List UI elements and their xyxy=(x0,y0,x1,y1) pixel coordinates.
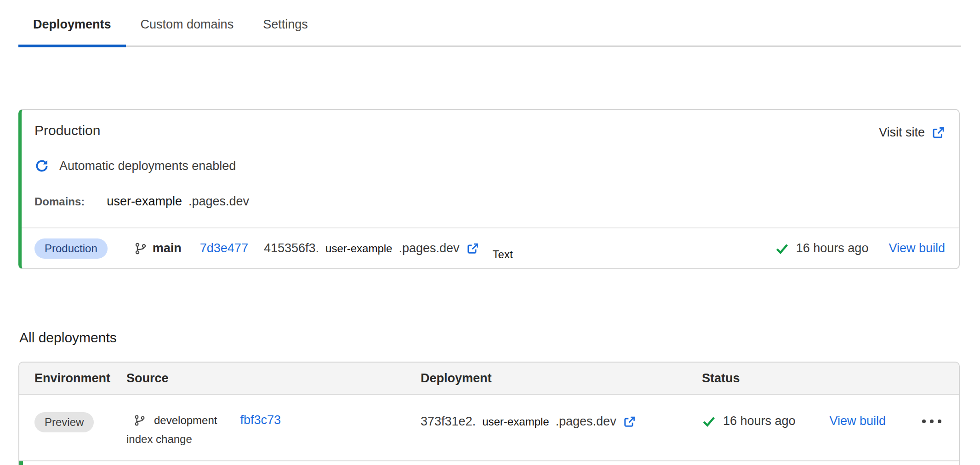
table-row: Preview development fbf3c73 index change xyxy=(19,395,959,461)
source-cell: development fbf3c73 index change xyxy=(126,412,421,446)
view-build-link[interactable]: View build xyxy=(889,241,945,255)
deployment-url-hash: 415356f3. xyxy=(264,241,319,255)
commit-message: Text xyxy=(493,248,513,261)
external-link-icon xyxy=(931,126,945,140)
deployment-url-name: user-example xyxy=(325,242,392,255)
row-actions-menu-button[interactable] xyxy=(920,417,944,425)
visit-site-link[interactable]: Visit site xyxy=(879,125,945,140)
source-branch-line: development fbf3c73 xyxy=(126,413,421,427)
external-link-icon[interactable] xyxy=(623,415,636,428)
external-link-icon[interactable] xyxy=(466,242,479,255)
deployment-url-suffix: .pages.dev xyxy=(556,414,616,429)
commit-hash-link[interactable]: 7d3e477 xyxy=(200,241,248,255)
deployments-table: Environment Source Deployment Status Pre… xyxy=(18,362,960,465)
production-row-details: Production main 7d3e477 415356f3. user-e… xyxy=(34,238,775,259)
production-card: Production Visit site Automatic deployme… xyxy=(18,109,960,269)
next-row-production-edge xyxy=(19,461,23,465)
branch-name: development xyxy=(154,414,217,427)
tab-custom-domains[interactable]: Custom domains xyxy=(126,12,249,45)
deployment-url-name: user-example xyxy=(482,415,549,428)
tab-deployments[interactable]: Deployments xyxy=(18,12,126,45)
tab-bar: Deployments Custom domains Settings xyxy=(18,12,961,47)
column-header-source: Source xyxy=(126,371,421,386)
production-row-status: 16 hours ago View build xyxy=(775,241,945,255)
commit-message: index change xyxy=(126,433,421,446)
visit-site-label: Visit site xyxy=(879,125,925,140)
git-branch-icon xyxy=(134,414,146,426)
deployment-time: 16 hours ago xyxy=(796,241,869,255)
domain-suffix: .pages.dev xyxy=(188,194,249,209)
environment-badge: Production xyxy=(34,238,108,259)
production-deployment-row: Production main 7d3e477 415356f3. user-e… xyxy=(22,227,959,268)
deployment-cell: 373f31e2. user-example .pages.dev xyxy=(421,412,702,429)
environment-cell: Preview xyxy=(34,412,126,432)
environment-badge: Preview xyxy=(34,412,94,432)
deployment-url: 415356f3. user-example .pages.dev xyxy=(264,241,479,255)
status-group: 16 hours ago xyxy=(702,414,796,428)
production-card-title: Production xyxy=(34,123,100,138)
all-deployments-heading: All deployments xyxy=(19,330,117,346)
tab-settings[interactable]: Settings xyxy=(248,12,323,45)
commit-hash-link[interactable]: fbf3c73 xyxy=(240,413,281,427)
column-header-environment: Environment xyxy=(34,371,126,386)
deployment-url: 373f31e2. user-example .pages.dev xyxy=(421,414,702,429)
success-check-icon xyxy=(702,414,716,428)
domain-name: user-example xyxy=(107,194,182,209)
domains-label: Domains: xyxy=(34,195,85,208)
column-header-status: Status xyxy=(702,371,944,386)
auto-deploy-status: Automatic deployments enabled xyxy=(34,159,236,173)
branch-group: main xyxy=(134,241,182,255)
ellipsis-icon xyxy=(922,419,942,424)
domains-line: Domains: user-example .pages.dev xyxy=(34,194,249,209)
success-check-icon xyxy=(775,242,789,255)
refresh-icon xyxy=(34,159,49,173)
status-cell: 16 hours ago View build xyxy=(702,414,944,428)
view-build-link[interactable]: View build xyxy=(830,414,886,428)
table-header-row: Environment Source Deployment Status xyxy=(19,363,959,395)
deployment-url-suffix: .pages.dev xyxy=(399,241,459,255)
branch-name: main xyxy=(153,241,182,255)
deployment-time: 16 hours ago xyxy=(723,414,796,428)
deployment-url-hash: 373f31e2. xyxy=(421,414,476,429)
git-branch-icon xyxy=(134,242,147,255)
column-header-deployment: Deployment xyxy=(421,371,702,386)
auto-deploy-text: Automatic deployments enabled xyxy=(59,159,236,173)
